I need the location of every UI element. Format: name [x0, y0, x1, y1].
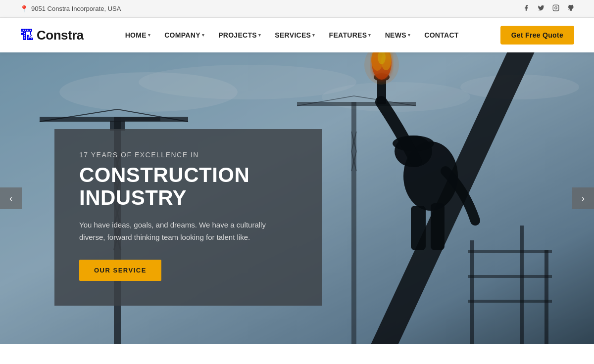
slider-next-button[interactable]: › [572, 187, 594, 209]
get-free-quote-button[interactable]: Get Free Quote [500, 26, 574, 45]
nav-item-company: COMPANY ▾ [158, 27, 210, 43]
github-icon[interactable] [567, 4, 574, 13]
nav-link-projects[interactable]: PROJECTS ▾ [212, 27, 267, 43]
nav-item-features: FEATURES ▾ [323, 27, 377, 43]
nav-item-home: HOME ▾ [119, 27, 157, 43]
chevron-down-icon: ▾ [312, 33, 315, 38]
facebook-icon[interactable] [523, 4, 530, 13]
hero-content-box: 17 YEARS OF EXCELLENCE IN CONSTRUCTION I… [54, 129, 322, 306]
nav-link-home[interactable]: HOME ▾ [119, 27, 157, 43]
instagram-icon[interactable] [552, 4, 559, 13]
svg-rect-0 [553, 5, 559, 11]
hero-title: CONSTRUCTION INDUSTRY [79, 164, 297, 209]
nav-item-contact: CONTACT [418, 27, 465, 43]
navbar: 🏗 Constra HOME ▾ COMPANY ▾ PROJECTS ▾ SE… [0, 18, 594, 52]
nav-link-features[interactable]: FEATURES ▾ [323, 27, 377, 43]
logo[interactable]: 🏗 Constra [20, 27, 84, 44]
hero-subtitle: 17 YEARS OF EXCELLENCE IN [79, 151, 297, 159]
nav-link-services[interactable]: SERVICES ▾ [269, 27, 321, 43]
hero-description: You have ideas, goals, and dreams. We ha… [79, 219, 287, 244]
nav-link-company[interactable]: COMPANY ▾ [158, 27, 210, 43]
topbar: 📍 9051 Constra Incorporate, USA [0, 0, 594, 18]
nav-item-news: NEWS ▾ [379, 27, 417, 43]
chevron-down-icon: ▾ [408, 33, 410, 38]
nav-menu: HOME ▾ COMPANY ▾ PROJECTS ▾ SERVICES ▾ F [119, 27, 465, 43]
twitter-icon[interactable] [538, 4, 544, 13]
social-links [523, 4, 574, 13]
nav-item-services: SERVICES ▾ [269, 27, 321, 43]
chevron-down-icon: ▾ [202, 33, 204, 38]
chevron-down-icon: ▾ [368, 33, 371, 38]
hero-section: 17 YEARS OF EXCELLENCE IN CONSTRUCTION I… [0, 52, 594, 344]
chevron-left-icon: ‹ [9, 193, 12, 204]
address-bar: 📍 9051 Constra Incorporate, USA [20, 5, 121, 13]
nav-item-projects: PROJECTS ▾ [212, 27, 267, 43]
location-icon: 📍 [20, 5, 28, 13]
nav-link-news[interactable]: NEWS ▾ [379, 27, 417, 43]
chevron-down-icon: ▾ [258, 33, 261, 38]
nav-link-contact[interactable]: CONTACT [418, 27, 465, 43]
slider-prev-button[interactable]: ‹ [0, 187, 22, 209]
chevron-right-icon: › [582, 193, 585, 204]
logo-icon: 🏗 [20, 27, 34, 44]
logo-text: Constra [37, 28, 84, 43]
address-text: 9051 Constra Incorporate, USA [31, 5, 121, 12]
chevron-down-icon: ▾ [148, 33, 150, 38]
our-service-button[interactable]: OUR SERVICE [79, 260, 161, 281]
